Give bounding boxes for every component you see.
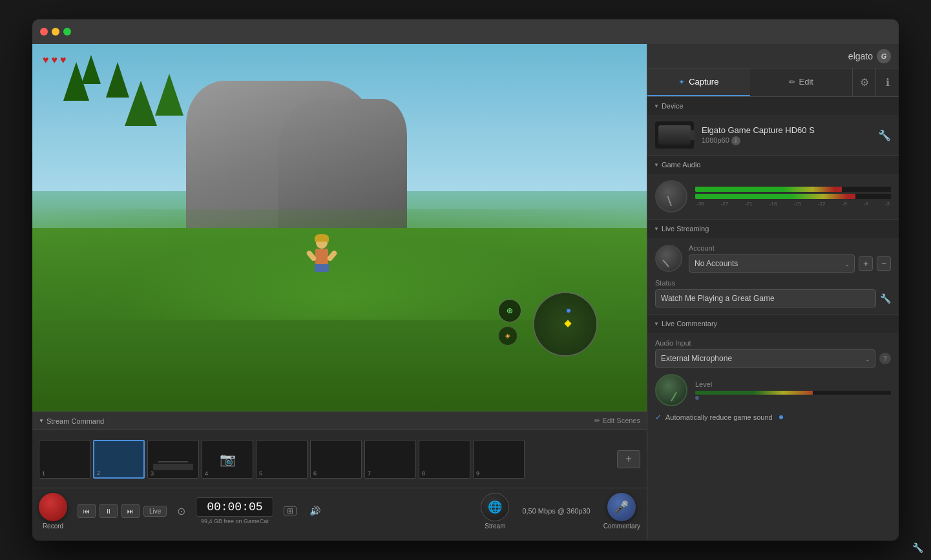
info-button[interactable]: i bbox=[731, 136, 740, 145]
account-select[interactable]: No Accounts bbox=[689, 254, 855, 273]
streaming-knob[interactable] bbox=[655, 245, 682, 272]
record-button[interactable] bbox=[39, 493, 67, 521]
minimize-button[interactable] bbox=[52, 28, 59, 36]
streaming-controls: Account No Accounts + − bbox=[647, 238, 899, 314]
commentary-label: Commentary bbox=[603, 523, 640, 530]
scene-2[interactable]: 2 bbox=[93, 440, 145, 479]
transport-bar: Record ⏮ ⏸ ⏭ Live ⊙ 00:00:05 99,4 GB fre… bbox=[32, 488, 647, 534]
scene-1[interactable]: 1 bbox=[39, 440, 90, 479]
record-group: Record bbox=[39, 493, 67, 530]
fullscreen-button[interactable]: ⊞ bbox=[284, 506, 297, 515]
bottom-controls: ▼ Stream Command ✏ Edit Scenes 1 2 bbox=[32, 411, 647, 541]
video-area: ♥ ♥ ♥ ⊕ ◈ bbox=[32, 44, 647, 411]
close-button[interactable] bbox=[40, 28, 48, 36]
audio-input-select[interactable]: External Microphone bbox=[655, 349, 875, 368]
game-preview: ♥ ♥ ♥ ⊕ ◈ bbox=[32, 44, 647, 411]
screenshot-button[interactable]: ⊙ bbox=[177, 505, 185, 517]
tree-2 bbox=[125, 81, 157, 126]
timecode-group: 00:00:05 99,4 GB free on GameCat bbox=[196, 497, 273, 524]
status-settings-button[interactable]: 🔧 bbox=[880, 293, 891, 304]
capture-icon: ✦ bbox=[678, 78, 685, 87]
minimap bbox=[533, 292, 598, 357]
status-row: Status 🔧 bbox=[655, 279, 891, 307]
add-account-button[interactable]: + bbox=[859, 256, 873, 271]
char-head bbox=[316, 237, 328, 249]
audio-triangle: ▼ bbox=[654, 162, 659, 168]
commentary-triangle: ▼ bbox=[654, 321, 659, 327]
device-image bbox=[655, 121, 694, 149]
forward-button[interactable]: ⏭ bbox=[121, 504, 140, 518]
account-select-wrapper: No Accounts bbox=[689, 254, 855, 273]
account-controls: Account No Accounts + − bbox=[689, 244, 891, 273]
traffic-lights bbox=[40, 28, 71, 36]
device-info-row: Elgato Game Capture HD60 S 1080p60 i 🔧 bbox=[647, 115, 899, 155]
level-controls: Level bbox=[695, 380, 891, 400]
audio-help-button[interactable]: ? bbox=[879, 353, 891, 364]
tree-5 bbox=[81, 55, 101, 84]
item-indicators: ⊕ ◈ bbox=[498, 299, 521, 346]
minimap-blue-dot bbox=[567, 309, 570, 313]
live-streaming-header: ▼ Live Streaming bbox=[647, 220, 899, 238]
scene-5[interactable]: 5 bbox=[256, 440, 308, 479]
tab-info[interactable]: ℹ bbox=[875, 68, 899, 96]
scene-9[interactable]: 9 bbox=[473, 440, 525, 479]
label-36: -36 bbox=[696, 201, 704, 207]
device-section-header: ▼ Device bbox=[647, 97, 899, 115]
scene-5-number: 5 bbox=[259, 470, 262, 477]
label-15: -15 bbox=[793, 201, 801, 207]
tab-capture[interactable]: ✦ Capture bbox=[647, 68, 750, 96]
section-triangle: ▼ bbox=[39, 418, 44, 424]
audio-knob[interactable] bbox=[655, 180, 687, 213]
edit-scenes-button[interactable]: ✏ Edit Scenes bbox=[594, 417, 640, 425]
scenes-strip: 1 2 3 bbox=[32, 430, 647, 488]
device-triangle: ▼ bbox=[654, 103, 659, 109]
add-scene-button[interactable]: ＋ bbox=[617, 450, 640, 468]
commentary-level-knob[interactable] bbox=[655, 374, 687, 406]
device-tools-button[interactable]: 🔧 bbox=[878, 129, 891, 141]
live-commentary-section: ▼ Live Commentary Audio Input External M… bbox=[647, 315, 899, 541]
stream-group: 🌐 Stream bbox=[481, 493, 509, 530]
meter-fill-1 bbox=[695, 187, 842, 192]
volume-button[interactable]: 🔊 bbox=[309, 506, 320, 516]
maximize-button[interactable] bbox=[63, 28, 71, 36]
minimap-inner bbox=[534, 293, 596, 355]
audio-input-select-wrapper: External Microphone bbox=[655, 349, 875, 368]
remove-account-button[interactable]: − bbox=[877, 256, 891, 271]
scene-4[interactable]: 📷 4 bbox=[202, 440, 253, 479]
pause-button[interactable]: ⏸ bbox=[99, 504, 118, 518]
edit-icon: ✏ bbox=[789, 78, 795, 87]
commentary-knob-line bbox=[671, 392, 677, 402]
status-input[interactable] bbox=[655, 289, 876, 307]
account-label: Account bbox=[689, 244, 891, 252]
stream-button[interactable]: 🌐 bbox=[481, 493, 509, 521]
right-panel: elgato G ✦ Capture ✏ Edit ⚙ ℹ bbox=[647, 44, 899, 541]
scene-8[interactable]: 8 bbox=[419, 440, 470, 479]
item-1: ⊕ bbox=[498, 299, 521, 322]
tab-edit[interactable]: ✏ Edit bbox=[750, 68, 853, 96]
live-commentary-header: ▼ Live Commentary bbox=[647, 315, 899, 333]
tab-settings[interactable]: ⚙ bbox=[852, 68, 875, 96]
rewind-button[interactable]: ⏮ bbox=[78, 504, 96, 518]
scene-6[interactable]: 6 bbox=[310, 440, 362, 479]
resolution-text: 1080p60 bbox=[702, 136, 729, 144]
streaming-knob-line bbox=[662, 260, 669, 267]
scene-7[interactable]: 7 bbox=[364, 440, 416, 479]
commentary-button[interactable]: 🎤 bbox=[607, 493, 636, 521]
scene-7-group: 7 bbox=[364, 440, 416, 479]
checkbox-checkmark: ✓ bbox=[655, 413, 662, 422]
audio-input-label: Audio Input bbox=[655, 339, 891, 347]
live-button[interactable]: Live bbox=[143, 506, 167, 517]
screenshot-group: ⊙ bbox=[174, 505, 188, 517]
scene-3[interactable]: 3 bbox=[147, 440, 199, 479]
meter-labels: -36 -27 -21 -18 -15 -12 -9 -6 -3 bbox=[695, 201, 891, 207]
capture-card bbox=[658, 125, 691, 145]
hearts-display: ♥ ♥ ♥ bbox=[43, 54, 67, 66]
game-audio-section: ▼ Game Audio -36 bbox=[647, 156, 899, 220]
scene-5-group: 5 bbox=[256, 440, 308, 479]
tree-3 bbox=[106, 62, 129, 98]
auto-reduce-label: Automatically reduce game sound bbox=[665, 413, 773, 421]
app-window: ♥ ♥ ♥ ⊕ ◈ bbox=[32, 19, 899, 541]
minimap-marker bbox=[564, 320, 571, 327]
streaming-triangle: ▼ bbox=[654, 226, 659, 232]
label-21: -21 bbox=[745, 201, 753, 207]
